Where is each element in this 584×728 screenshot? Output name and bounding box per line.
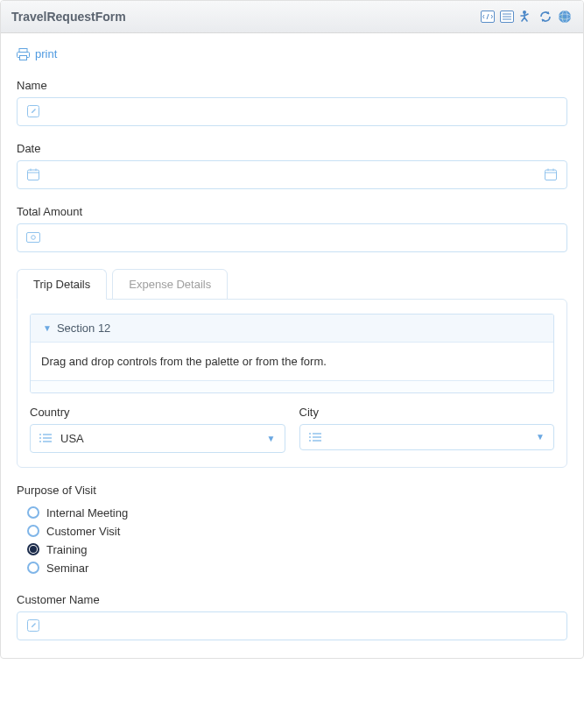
section-header[interactable]: ▼ Section 12 bbox=[31, 315, 553, 343]
purpose-radio-group: Internal Meeting Customer Visit Training… bbox=[17, 504, 567, 577]
svg-point-26 bbox=[39, 434, 41, 435]
section-footer bbox=[31, 380, 553, 392]
tabs-block: Trip Details Expense Details ▼ Section 1… bbox=[17, 268, 567, 468]
city-field: City ▼ bbox=[299, 406, 555, 453]
tab-expense-details[interactable]: Expense Details bbox=[112, 269, 228, 300]
svg-point-28 bbox=[39, 441, 41, 442]
radio-customer-visit[interactable]: Customer Visit bbox=[17, 522, 567, 541]
radio-icon bbox=[27, 525, 39, 537]
print-icon bbox=[17, 48, 30, 60]
svg-rect-9 bbox=[19, 48, 27, 52]
header-toolbar bbox=[480, 10, 573, 24]
edit-icon bbox=[26, 619, 40, 632]
print-label: print bbox=[35, 47, 57, 60]
radio-label: Seminar bbox=[46, 562, 88, 575]
country-label: Country bbox=[30, 406, 285, 419]
globe-icon[interactable] bbox=[557, 10, 573, 24]
customer-name-input-wrap[interactable] bbox=[17, 611, 567, 640]
radio-label: Internal Meeting bbox=[46, 506, 128, 519]
svg-rect-13 bbox=[28, 170, 39, 180]
name-field: Name bbox=[17, 79, 567, 126]
radio-label: Customer Visit bbox=[46, 525, 120, 538]
customer-name-field: Customer Name bbox=[17, 593, 567, 640]
date-input-wrap[interactable] bbox=[17, 160, 567, 189]
country-field: Country USA ▼ bbox=[30, 406, 285, 453]
print-row: print bbox=[17, 47, 567, 63]
form-header: TravelRequestForm bbox=[1, 1, 583, 33]
svg-point-27 bbox=[39, 437, 41, 439]
tab-row: Trip Details Expense Details bbox=[17, 268, 567, 299]
name-label: Name bbox=[17, 79, 567, 92]
total-amount-field: Total Amount bbox=[17, 205, 567, 252]
radio-internal-meeting[interactable]: Internal Meeting bbox=[17, 504, 567, 522]
section-12: ▼ Section 12 Drag and drop controls from… bbox=[30, 314, 554, 393]
radio-seminar[interactable]: Seminar bbox=[17, 559, 567, 577]
name-input-wrap[interactable] bbox=[17, 97, 567, 126]
calendar-icon bbox=[26, 168, 40, 180]
radio-label: Training bbox=[46, 543, 87, 556]
svg-point-32 bbox=[309, 433, 311, 435]
chevron-down-icon: ▼ bbox=[267, 434, 276, 443]
refresh-icon[interactable] bbox=[538, 10, 553, 24]
edit-icon bbox=[26, 105, 40, 117]
radio-icon bbox=[27, 562, 39, 574]
country-value: USA bbox=[60, 432, 267, 445]
svg-rect-21 bbox=[27, 233, 40, 243]
form-container: TravelRequestForm bbox=[0, 0, 584, 659]
form-title: TravelRequestForm bbox=[11, 10, 126, 24]
total-amount-input-wrap[interactable] bbox=[17, 223, 567, 252]
calendar-picker-icon[interactable] bbox=[544, 168, 558, 180]
form-body: print Name Date bbox=[1, 33, 583, 658]
radio-training[interactable]: Training bbox=[17, 541, 567, 559]
list-icon bbox=[39, 433, 52, 443]
date-input[interactable] bbox=[47, 168, 544, 181]
city-label: City bbox=[299, 406, 555, 419]
svg-rect-11 bbox=[20, 55, 27, 60]
svg-point-22 bbox=[32, 236, 36, 240]
source-icon[interactable] bbox=[480, 10, 496, 24]
total-amount-input[interactable] bbox=[47, 231, 558, 244]
svg-point-34 bbox=[309, 440, 311, 442]
date-label: Date bbox=[17, 142, 567, 155]
name-input[interactable] bbox=[47, 105, 558, 118]
country-city-row: Country USA ▼ City bbox=[30, 406, 554, 453]
run-icon[interactable] bbox=[518, 10, 534, 24]
purpose-field: Purpose of Visit Internal Meeting Custom… bbox=[17, 484, 567, 577]
radio-icon bbox=[27, 543, 39, 555]
chevron-down-icon: ▼ bbox=[536, 432, 545, 442]
list-icon bbox=[309, 432, 321, 442]
section-title: Section 12 bbox=[57, 322, 110, 335]
date-field: Date bbox=[17, 142, 567, 189]
city-select[interactable]: ▼ bbox=[299, 424, 555, 450]
money-icon bbox=[26, 231, 40, 244]
customer-name-input[interactable] bbox=[47, 619, 558, 633]
radio-icon bbox=[27, 506, 39, 519]
collapse-icon: ▼ bbox=[43, 323, 52, 333]
tab-panel-trip: ▼ Section 12 Drag and drop controls from… bbox=[17, 299, 567, 468]
svg-point-33 bbox=[309, 436, 311, 438]
print-button[interactable]: print bbox=[17, 47, 57, 60]
section-hint: Drag and drop controls from the palette … bbox=[31, 343, 553, 380]
customer-name-label: Customer Name bbox=[17, 593, 567, 606]
svg-point-6 bbox=[559, 11, 571, 23]
svg-rect-17 bbox=[545, 170, 557, 180]
purpose-label: Purpose of Visit bbox=[17, 484, 567, 497]
form-icon[interactable] bbox=[499, 10, 515, 24]
country-select[interactable]: USA ▼ bbox=[30, 424, 285, 453]
tab-trip-details[interactable]: Trip Details bbox=[17, 269, 107, 300]
total-amount-label: Total Amount bbox=[17, 205, 567, 218]
